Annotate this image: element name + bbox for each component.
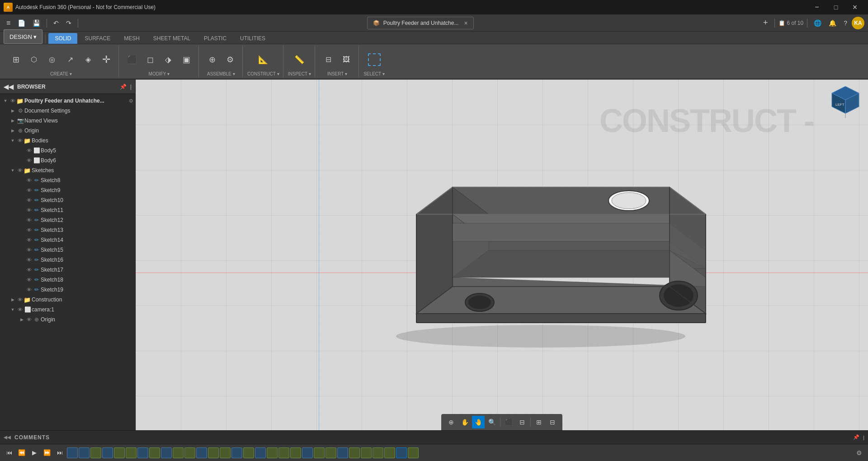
- select-expand-icon[interactable]: ▾: [382, 71, 385, 76]
- visibility-construction[interactable]: 👁: [16, 297, 24, 302]
- expand-arrow-named-views[interactable]: ▶: [9, 118, 16, 123]
- new-tab-button[interactable]: +: [760, 17, 771, 29]
- root-options-icon[interactable]: ⚙: [129, 98, 133, 104]
- tab-plastic[interactable]: PLASTIC: [198, 33, 233, 44]
- user-avatar[interactable]: KA: [852, 17, 864, 29]
- visibility-sketch11[interactable]: 👁: [25, 207, 33, 213]
- tab-surface[interactable]: SURFACE: [78, 33, 117, 44]
- tree-item-root[interactable]: ▼ 👁 📁 Poultry Feeder and Unhatche... ⚙: [0, 96, 135, 106]
- visibility-sketches[interactable]: 👁: [16, 168, 24, 173]
- new-file-button[interactable]: 📄: [15, 17, 28, 29]
- timeline-item-15[interactable]: [231, 447, 242, 458]
- construct-button[interactable]: 📐: [255, 48, 272, 71]
- visibility-sketch16[interactable]: 👁: [25, 257, 33, 263]
- timeline-item-11[interactable]: [184, 447, 195, 458]
- tree-item-construction[interactable]: ▶ 👁 📁 Construction: [0, 295, 135, 305]
- timeline-item-10[interactable]: [173, 447, 184, 458]
- zoom-button[interactable]: 🤚: [472, 416, 485, 428]
- timeline-start-button[interactable]: ⏮: [4, 447, 14, 458]
- visibility-sketch12[interactable]: 👁: [25, 217, 33, 223]
- tree-item-sketch8[interactable]: 👁 ✏ Sketch8: [0, 175, 135, 185]
- tab-utilities[interactable]: UTILITIES: [234, 33, 272, 44]
- timeline-item-14[interactable]: [220, 447, 231, 458]
- tree-item-sketch13[interactable]: 👁 ✏ Sketch13: [0, 225, 135, 235]
- doc-tab-close[interactable]: ×: [464, 19, 467, 27]
- save-button[interactable]: 💾: [30, 17, 43, 29]
- expand-arrow-bodies[interactable]: ▼: [9, 138, 16, 143]
- visibility-sketch8[interactable]: 👁: [25, 178, 33, 183]
- tree-item-sketch19[interactable]: 👁 ✏ Sketch19: [0, 285, 135, 295]
- timeline-item-13[interactable]: [208, 447, 219, 458]
- tree-item-sketch14[interactable]: 👁 ✏ Sketch14: [0, 235, 135, 245]
- tree-item-body6[interactable]: 👁 ⬜ Body6: [0, 155, 135, 165]
- timeline-item-22[interactable]: [314, 447, 325, 458]
- undo-button[interactable]: ↶: [51, 17, 61, 29]
- timeline-item-21[interactable]: [302, 447, 313, 458]
- tree-item-named-views[interactable]: ▶ 📷 Named Views: [0, 116, 135, 126]
- visibility-body6[interactable]: 👁: [25, 158, 33, 163]
- timeline-item-16[interactable]: [243, 447, 254, 458]
- expand-arrow-origin2[interactable]: ▶: [18, 317, 25, 322]
- tab-solid[interactable]: SOLID: [48, 33, 77, 44]
- chamfer-button[interactable]: ⬗: [160, 48, 177, 71]
- timeline-item-25[interactable]: [349, 447, 360, 458]
- tree-item-sketch18[interactable]: 👁 ✏ Sketch18: [0, 275, 135, 285]
- visibility-sketch15[interactable]: 👁: [25, 247, 33, 253]
- insert-expand-icon[interactable]: ▾: [345, 71, 347, 76]
- tree-item-origin[interactable]: ▶ ⊕ Origin: [0, 126, 135, 136]
- timeline-item-20[interactable]: [290, 447, 301, 458]
- move-button[interactable]: ✛: [98, 48, 115, 71]
- tab-sheet-metal[interactable]: SHEET METAL: [147, 33, 197, 44]
- browser-collapse-icon[interactable]: ◀◀: [4, 83, 14, 90]
- visibility-root[interactable]: 👁: [9, 98, 16, 103]
- timeline-item-1[interactable]: [67, 447, 78, 458]
- loft-button[interactable]: ◈: [80, 48, 97, 71]
- timeline-prev-button[interactable]: ⏪: [16, 447, 27, 458]
- timeline-item-27[interactable]: [373, 447, 383, 458]
- insert-derive-button[interactable]: ⊟: [320, 48, 337, 71]
- sweep-button[interactable]: ↗: [61, 48, 79, 71]
- timeline-item-23[interactable]: [326, 447, 336, 458]
- timeline-item-29[interactable]: [396, 447, 407, 458]
- doc-tab[interactable]: 📦 Poultry Feeder and Unhatche... ×: [367, 17, 474, 29]
- revolve-button[interactable]: ◎: [43, 48, 61, 71]
- design-button[interactable]: DESIGN ▾: [4, 29, 42, 44]
- tree-item-bodies[interactable]: ▼ 👁 📁 Bodies: [0, 136, 135, 146]
- visibility-origin2[interactable]: 👁: [25, 317, 33, 322]
- pan-button[interactable]: ✋: [458, 416, 471, 428]
- timeline-item-5[interactable]: [114, 447, 125, 458]
- timeline-item-9[interactable]: [161, 447, 172, 458]
- browser-resize-icon[interactable]: |: [130, 84, 132, 90]
- timeline-item-19[interactable]: [278, 447, 289, 458]
- visibility-sketch14[interactable]: 👁: [25, 237, 33, 243]
- visibility-body5[interactable]: 👁: [25, 148, 33, 153]
- assemble-expand-icon[interactable]: ▾: [233, 71, 235, 76]
- joint-button[interactable]: ⚙: [222, 48, 239, 71]
- display-mode-button[interactable]: ⬛: [502, 416, 515, 428]
- timeline-item-18[interactable]: [267, 447, 278, 458]
- expand-arrow-construction[interactable]: ▶: [9, 297, 16, 302]
- menu-button[interactable]: ≡: [4, 17, 13, 29]
- timeline-end-button[interactable]: ⏭: [54, 447, 65, 458]
- visibility-sketch18[interactable]: 👁: [25, 277, 33, 282]
- timeline-next-button[interactable]: ⏩: [42, 447, 52, 458]
- create-expand-icon[interactable]: ▾: [70, 71, 72, 76]
- visibility-bodies[interactable]: 👁: [16, 138, 24, 143]
- comments-pin-icon[interactable]: 📌: [853, 434, 859, 440]
- redo-button[interactable]: ↷: [63, 17, 74, 29]
- comments-resize-icon[interactable]: |: [863, 435, 864, 440]
- select-button[interactable]: [366, 48, 383, 71]
- expand-arrow-camera1[interactable]: ▼: [9, 307, 16, 312]
- new-sketch-button[interactable]: ⊞: [7, 48, 24, 71]
- visibility-sketch17[interactable]: 👁: [25, 267, 33, 273]
- tree-item-sketch12[interactable]: 👁 ✏ Sketch12: [0, 215, 135, 225]
- timeline-item-7[interactable]: [137, 447, 148, 458]
- timeline-item-4[interactable]: [102, 447, 113, 458]
- timeline-item-6[interactable]: [126, 447, 137, 458]
- visibility-sketch19[interactable]: 👁: [25, 287, 33, 292]
- tree-item-sketch10[interactable]: 👁 ✏ Sketch10: [0, 195, 135, 205]
- visibility-sketch9[interactable]: 👁: [25, 188, 33, 193]
- tree-item-sketch16[interactable]: 👁 ✏ Sketch16: [0, 255, 135, 265]
- expand-arrow-origin[interactable]: ▶: [9, 128, 16, 133]
- expand-arrow-root[interactable]: ▼: [2, 99, 9, 103]
